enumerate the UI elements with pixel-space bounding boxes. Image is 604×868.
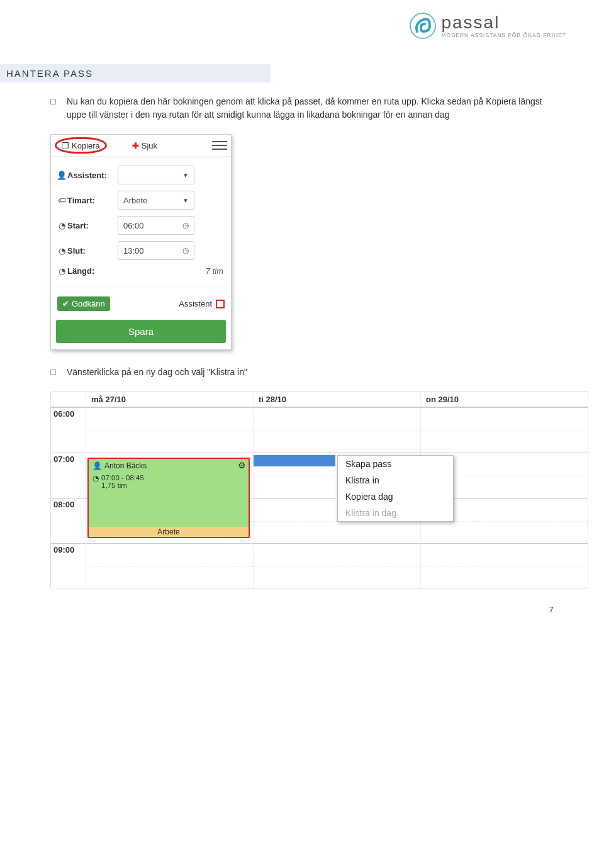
slut-value: 13:00 [123,246,144,256]
selected-slot[interactable] [254,455,335,466]
clock-small-icon: ◔ [92,474,99,483]
person-small-icon: 👤 [92,461,102,470]
event-name: Anton Bäcks [104,461,147,470]
godkann-label: Godkänn [72,299,105,308]
menu-klistra-in[interactable]: Klistra in [338,472,453,488]
langd-value: 7 tim [118,266,226,276]
slut-label: Slut: [67,246,118,256]
cal-cell[interactable] [253,543,420,589]
clock-icon: ◔ [56,266,67,276]
slut-input[interactable]: 13:00◷ [118,241,194,260]
menu-icon[interactable] [212,138,227,152]
logo-name: passal [441,14,566,31]
hour-label: 07:00 [51,453,86,498]
day-header-2[interactable]: ti 28/10 [253,392,420,407]
day-header-3[interactable]: on 29/10 [420,392,588,407]
menu-kopiera-dag[interactable]: Kopiera dag [338,488,453,505]
assistent-checkbox[interactable]: Assistent [179,299,225,308]
check-icon: ✔ [62,299,69,308]
instruction-1: Nu kan du kopiera den här bokningen geno… [50,95,554,121]
calendar: må 27/10 ti 28/10 on 29/10 06:00 07:00 0… [50,392,588,589]
cal-cell[interactable] [86,543,253,589]
menu-klistra-in-dag: Klistra in dag [338,505,453,521]
assistent-chk-label: Assistent [179,299,212,308]
section-heading: HANTERA PASS [0,64,271,82]
event-time: 07:00 - 08:45 [101,474,144,482]
pass-panel: ❐ Kopiera ✚ Sjuk 👤 Assistent: ▼ 🏷 Timart… [50,134,232,350]
kopiera-label: Kopiera [72,141,100,150]
cal-cell[interactable] [420,543,588,589]
instruction-2: Vänsterklicka på en ny dag och välj "Kli… [50,366,554,379]
logo-tagline: MODERN ASSISTANS FÖR ÖKAD FRIHET [441,33,566,38]
event-duration: 1,75 tim [101,482,144,489]
cal-cell[interactable] [253,407,420,453]
hour-label: 06:00 [51,407,86,453]
logo-mark-icon [410,13,436,39]
clock-icon: ◔ [56,246,67,256]
sjuk-label: Sjuk [142,141,157,150]
godkann-button[interactable]: ✔ Godkänn [57,296,110,311]
timart-label: Timart: [67,196,118,205]
spara-label: Spara [128,326,154,337]
langd-label: Längd: [67,266,118,276]
clock-icon: ◔ [56,221,67,230]
hour-label: 08:00 [51,498,86,543]
start-label: Start: [67,221,118,230]
spara-button[interactable]: Spara [56,320,226,343]
cal-cell[interactable] [86,407,253,453]
start-input[interactable]: 06:00◷ [118,216,194,235]
copy-icon: ❐ [62,141,69,150]
start-value: 06:00 [123,221,144,230]
page-number: 7 [549,605,554,614]
calendar-event[interactable]: ⚙ 👤 Anton Bäcks ◔ 07:00 - 08:45 1,75 tim… [87,458,250,538]
timart-select[interactable]: Arbete▼ [118,191,194,210]
timart-value: Arbete [123,196,147,205]
page-header: passal MODERN ASSISTANS FÖR ÖKAD FRIHET [0,0,604,45]
tag-icon: 🏷 [56,196,67,205]
panel-tabs: ❐ Kopiera ✚ Sjuk [51,135,231,157]
clock-picker-icon[interactable]: ◷ [182,221,189,230]
event-category: Arbete [89,527,249,537]
checkbox-icon [216,300,225,308]
menu-skapa-pass[interactable]: Skapa pass [338,456,453,472]
assistent-label: Assistent: [67,171,118,180]
context-menu: Skapa pass Klistra in Kopiera dag Klistr… [337,455,454,522]
logo: passal MODERN ASSISTANS FÖR ÖKAD FRIHET [410,13,566,39]
plus-icon: ✚ [132,141,139,150]
gear-icon[interactable]: ⚙ [238,460,246,470]
hour-label: 09:00 [51,543,86,589]
kopiera-tab[interactable]: ❐ Kopiera [55,137,107,154]
sjuk-tab[interactable]: ✚ Sjuk [132,141,157,150]
person-icon: 👤 [56,171,67,180]
assistent-select[interactable]: ▼ [118,166,194,184]
clock-picker-icon[interactable]: ◷ [182,246,189,255]
day-header-1[interactable]: må 27/10 [86,392,253,407]
cal-cell[interactable] [420,407,588,453]
